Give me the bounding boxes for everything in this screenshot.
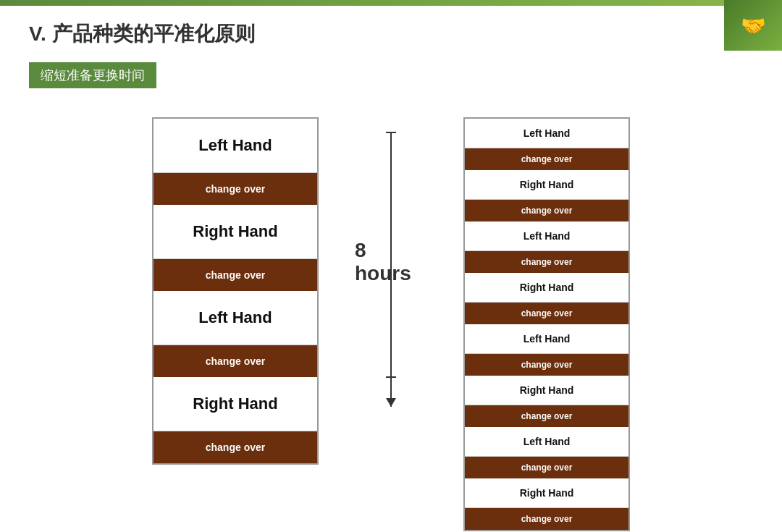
subtitle-tag: 缩短准备更换时间 <box>29 62 156 88</box>
header-bar <box>0 0 782 6</box>
hours-label: 8 hours <box>355 239 427 285</box>
left-block-0: Left Hand <box>154 119 317 173</box>
left-column: Left Hand change over Right Hand change … <box>152 117 319 465</box>
right-column: Left Hand change over Right Hand change … <box>463 117 630 531</box>
middle-column: 8 hours <box>319 117 463 407</box>
right-block-0: Left Hand <box>465 119 628 148</box>
right-block-4: Left Hand <box>465 221 628 251</box>
right-block-6: Right Hand <box>465 273 628 303</box>
left-block-6: Right Hand <box>154 377 317 431</box>
right-block-14: Right Hand <box>465 478 628 508</box>
logo-area: 🤝 <box>724 0 782 51</box>
logo-icon: 🤝 <box>741 14 766 38</box>
arrow-bottom <box>390 378 392 407</box>
right-changeover-2: change over <box>465 200 628 221</box>
right-block-8: Left Hand <box>465 324 628 354</box>
left-changeover-2: change over <box>154 259 317 291</box>
right-block-10: Right Hand <box>465 376 628 405</box>
right-changeover-12: change over <box>465 457 628 478</box>
right-changeover-14: change over <box>465 508 628 530</box>
right-changeover-0: change over <box>465 148 628 170</box>
arrow-top <box>390 132 392 175</box>
diagram-container: Left Hand change over Right Hand change … <box>29 117 753 531</box>
right-block-12: Left Hand <box>465 427 628 457</box>
left-changeover-6: change over <box>154 431 317 463</box>
right-changeover-10: change over <box>465 405 628 427</box>
left-changeover-0: change over <box>154 173 317 205</box>
main-content: V. 产品种类的平准化原则 缩短准备更换时间 Left Hand change … <box>0 6 782 532</box>
left-changeover-4: change over <box>154 345 317 377</box>
right-changeover-4: change over <box>465 251 628 273</box>
page-title: V. 产品种类的平准化原则 <box>29 20 753 48</box>
right-block-2: Right Hand <box>465 170 628 200</box>
right-changeover-6: change over <box>465 303 628 324</box>
left-block-4: Left Hand <box>154 291 317 345</box>
right-changeover-8: change over <box>465 354 628 376</box>
left-block-2: Right Hand <box>154 205 317 259</box>
